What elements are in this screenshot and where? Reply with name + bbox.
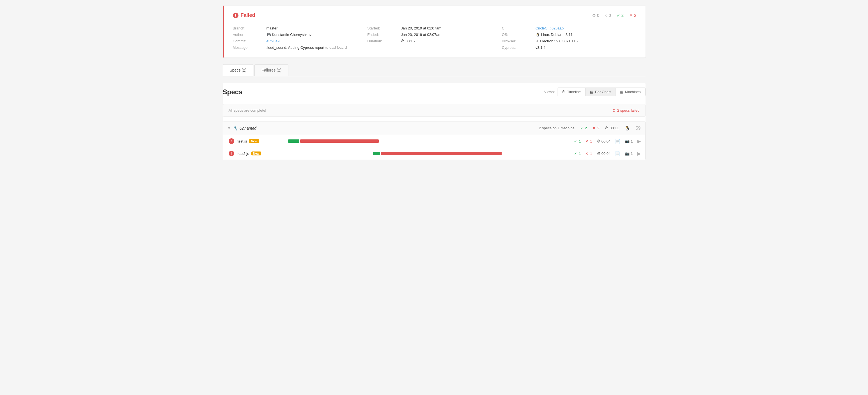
spec-failed-icon-2: !: [229, 151, 234, 156]
skipped-count: 0: [597, 13, 599, 18]
error-circle-icon: ⊘: [613, 108, 616, 113]
meta-col-1: Branch: master Author: 🎮 Konstantin Cher…: [233, 25, 368, 51]
chevron-down-icon[interactable]: ▼: [227, 126, 231, 130]
specs-failed-badge: ⊘ 2 specs failed: [613, 108, 640, 113]
browser-label: Browser:: [502, 39, 535, 43]
cypress-value: v3.1.4: [535, 45, 637, 50]
branch-row: Branch: master: [233, 25, 368, 31]
spec-bar-green-1: [288, 140, 299, 143]
specs-failed-text: 2 specs failed: [617, 108, 640, 113]
spec-passed-1: ✓ 1: [574, 139, 581, 143]
timer-icon: ⏱: [605, 126, 609, 130]
spec-group-header: ▼ 🔧 Unnamed 2 specs on 1 machine ✓ 2 ✕ 2: [223, 121, 645, 135]
spec-name-1: test.js: [238, 139, 247, 143]
message-label: Message:: [233, 45, 267, 50]
author-row: Author: 🎮 Konstantin Chernyshkov: [233, 31, 368, 38]
spec-bar-container-2: [282, 152, 557, 155]
os-icon: 🐧: [535, 33, 540, 37]
group-name: 🔧 Unnamed: [233, 126, 256, 130]
skip-icon: ⊘: [592, 13, 596, 18]
os-label: OS:: [502, 33, 535, 37]
spec-screenshots-2: 📷 1: [625, 151, 632, 156]
ci-link[interactable]: CircleCI #626aab: [535, 26, 564, 30]
ended-label: Ended:: [367, 33, 401, 37]
spec-right-stats-1: ✓ 1 ✕ 1 ⏱ 00:04 📄 📷: [557, 139, 641, 144]
spec-screenshots-1: 📷 1: [625, 139, 632, 143]
branch-label: Branch:: [233, 26, 267, 30]
barchart-icon: ▤: [590, 90, 593, 94]
duration-value: ⏱ 00:15: [401, 39, 502, 43]
started-label: Started:: [367, 26, 401, 30]
duration-row: Duration: ⏱ 00:15: [367, 38, 502, 44]
spec-failed-1: ✕ 1: [585, 139, 592, 143]
message-value: :loud_sound: Adding Cypress report to da…: [267, 45, 368, 50]
timer-icon: ⏱: [597, 151, 600, 156]
spec-bar-red-1: [300, 140, 379, 143]
tab-failures[interactable]: Failures (2): [254, 64, 288, 76]
commit-link[interactable]: e3f78a9: [267, 39, 280, 43]
spec-right-stats-2: ✓ 1 ✕ 1 ⏱ 00:04 📄 📷: [557, 151, 641, 156]
browser-value: ⚛ Electron 59.0.3071.115: [535, 39, 637, 43]
commit-value: e3f78a9: [267, 39, 368, 43]
view-machines-button[interactable]: ▦ Machines: [616, 88, 645, 96]
views-label: Views:: [544, 90, 555, 94]
spec-passed-2: ✓ 1: [574, 151, 581, 156]
spec-play-icon-2[interactable]: ▶: [638, 151, 641, 156]
spec-file-icon-1[interactable]: 📄: [615, 139, 621, 144]
x-icon: ✕: [585, 151, 588, 156]
spec-info-2: test2.js New: [238, 151, 282, 156]
x-icon: ✕: [585, 139, 588, 143]
passed-count: 2: [621, 13, 624, 18]
spec-bar-container-1: [282, 140, 557, 143]
stat-passed: ✓ 2: [617, 13, 624, 18]
ended-row: Ended: Jan 20, 2019 at 02:07am: [367, 31, 502, 38]
spec-file-icon-2[interactable]: 📄: [615, 151, 621, 156]
branch-value: master: [267, 26, 368, 30]
stat-skipped: ⊘ 0: [592, 13, 599, 18]
machine-count: 2 specs on 1 machine: [539, 126, 574, 130]
spec-bar-green-2: [373, 152, 380, 155]
all-complete-text: All specs are complete!: [229, 108, 266, 113]
tabs-container: Specs (2) Failures (2): [223, 64, 646, 76]
commit-row: Commit: e3f78a9: [233, 38, 368, 44]
ci-row: CI: CircleCI #626aab: [502, 25, 637, 31]
spec-name-row-1: test.js New: [238, 139, 282, 143]
check-icon: ✓: [574, 151, 577, 156]
build-stats: ⊘ 0 ○ 0 ✓ 2 ✕ 2: [592, 13, 636, 18]
view-timeline-button[interactable]: ⏱ Timeline: [557, 88, 586, 96]
ended-value: Jan 20, 2019 at 02:07am: [401, 33, 502, 37]
view-barchart-button[interactable]: ▤ Bar Chart: [586, 88, 616, 96]
group-passed: ✓ 2: [580, 126, 587, 130]
clock-icon: ⏱: [562, 90, 565, 94]
commit-label: Commit:: [233, 39, 267, 43]
started-row: Started: Jan 20, 2019 at 02:07am: [367, 25, 502, 31]
os-value: 🐧 Linux Debian - 8.11: [535, 33, 637, 37]
specs-title: Specs: [223, 88, 243, 96]
message-row: Message: :loud_sound: Adding Cypress rep…: [233, 44, 368, 51]
spec-row-wrapper-1: ! test.js New ✓ 1: [223, 135, 645, 147]
stat-pending: ○ 0: [605, 13, 611, 18]
spec-duration-2: ⏱ 00:04: [597, 151, 611, 156]
spec-info-1: test.js New: [238, 139, 282, 143]
spec-group: ▼ 🔧 Unnamed 2 specs on 1 machine ✓ 2 ✕ 2: [223, 121, 646, 160]
machine-logo-icon: 🔧: [233, 126, 238, 130]
spec-row-wrapper-2: ! test2.js New ✓: [223, 147, 645, 160]
x-icon: ✕: [629, 13, 633, 18]
camera-icon-1: 📷: [625, 139, 629, 143]
author-value: 🎮 Konstantin Chernyshkov: [267, 33, 368, 37]
spec-failed-2: ✕ 1: [585, 151, 592, 156]
spec-row-1: ! test.js New ✓ 1: [223, 135, 645, 147]
stat-failed: ✕ 2: [629, 13, 636, 18]
author-label: Author:: [233, 33, 267, 37]
group-failed: ✕ 2: [592, 126, 599, 130]
author-avatar-icon: 🎮: [267, 33, 271, 37]
group-stats: 2 specs on 1 machine ✓ 2 ✕ 2 ⏱ 00:11 🐧 5…: [539, 125, 641, 131]
group-duration: ⏱ 00:11: [605, 126, 619, 130]
tab-specs[interactable]: Specs (2): [223, 64, 254, 76]
machines-icon: ▦: [620, 90, 623, 94]
pending-icon: ○: [605, 13, 608, 18]
timer-icon: ⏱: [597, 139, 600, 143]
spec-play-icon-1[interactable]: ▶: [638, 139, 641, 144]
cypress-row: Cypress: v3.1.4: [502, 44, 637, 51]
build-card: ! Failed ⊘ 0 ○ 0 ✓ 2 ✕ 2: [223, 6, 646, 58]
